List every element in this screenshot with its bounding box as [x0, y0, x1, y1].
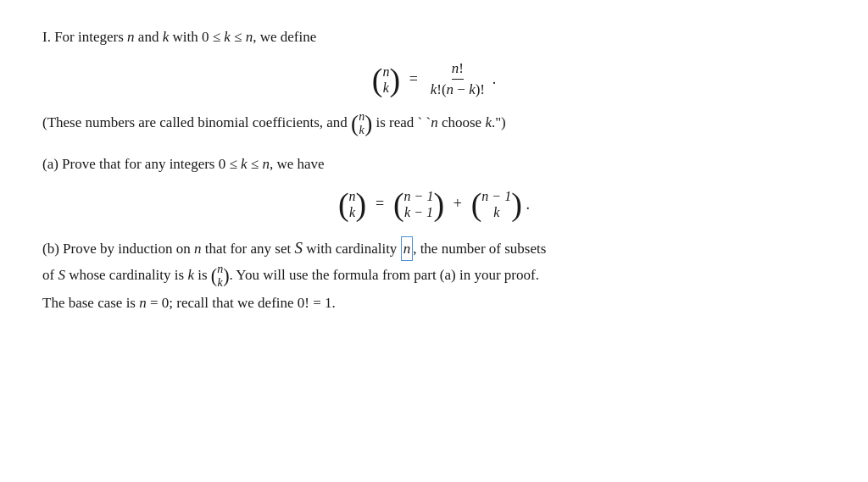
binom-bot-k: k [383, 80, 389, 96]
bot-k-1: k − 1 [404, 204, 433, 220]
binom-nk-pascal: ( n k ) [338, 188, 366, 220]
binom-top-n: n [382, 64, 389, 80]
highlighted-n: n [401, 236, 414, 261]
section-I-intro: I. For integers n and k with 0 ≤ k ≤ n, … [42, 25, 826, 48]
fraction-numerator: n! [452, 60, 464, 80]
binomial-definition-formula: ( n k ) = n! k!(n − k)! . [42, 60, 826, 98]
section-I: I. For integers n and k with 0 ≤ k ≤ n, … [42, 25, 826, 137]
binomial-note-line: (These numbers are called binomial coeff… [42, 110, 826, 137]
binom-n1k-content: n − 1 k [481, 188, 511, 220]
plus-sign: + [453, 195, 462, 212]
binom-n1k1-content: n − 1 k − 1 [404, 188, 434, 220]
paren-r1: ) [356, 191, 367, 218]
paren-l3: ( [471, 191, 482, 218]
equals-sign: = [409, 70, 418, 87]
part-a-intro: (a) Prove that for any integers 0 ≤ k ≤ … [42, 152, 826, 175]
binom-nk-inline-content: n k [359, 110, 364, 137]
period-2: . [526, 195, 531, 212]
bot-k-2: k [493, 204, 499, 220]
binom-nk-pascal-content: n k [349, 188, 356, 220]
binom-n1k1: ( n − 1 k − 1 ) [393, 188, 444, 220]
right-paren: ) [389, 66, 400, 93]
binom-nk-part-b: ( n k ) [211, 261, 230, 291]
bot-k-b: k [218, 276, 223, 290]
paren-l2: ( [393, 191, 404, 218]
period-1: . [492, 70, 497, 87]
section-part-a: (a) Prove that for any integers 0 ≤ k ≤ … [42, 152, 826, 220]
binomial-note-text: (These numbers are called binomial coeff… [42, 114, 351, 130]
part-b-line2: of S whose cardinality is k is ( n k ) .… [42, 261, 826, 291]
eq2: = [376, 195, 384, 212]
paren-r2: ) [433, 191, 444, 218]
top-n-1-b: n − 1 [481, 188, 511, 204]
page: I. For integers n and k with 0 ≤ k ≤ n, … [0, 0, 868, 482]
bot-k1: k [349, 204, 355, 220]
roman-I: I. For integers n and k with 0 ≤ k ≤ n, … [42, 29, 316, 45]
part-b-line3: The base case is n = 0; recall that we d… [42, 291, 826, 314]
section-part-b: (b) Prove by induction on n that for any… [42, 235, 826, 314]
left-paren: ( [372, 66, 383, 93]
pascal-identity-formula: ( n k ) = ( n − 1 k − 1 ) + ( n − [42, 188, 826, 220]
is-read-text: is read ` `n choose k.") [376, 114, 505, 130]
left-paren-inline: ( [351, 114, 359, 134]
top-n-b: n [217, 263, 223, 276]
binom-nk-left: ( n k ) [372, 64, 400, 96]
paren-l1: ( [338, 191, 349, 218]
binom-nk-part-b-content: n k [217, 263, 223, 290]
fraction-denominator: k!(n − k)! [431, 80, 485, 98]
top-n-1: n − 1 [404, 188, 434, 204]
right-paren-inline: ) [364, 114, 372, 134]
fraction-nk: n! k!(n − k)! [431, 60, 485, 98]
part-b-line1: (b) Prove by induction on n that for any… [42, 235, 826, 261]
paren-r3: ) [511, 191, 522, 218]
binom-inline-top: n [359, 110, 364, 124]
binom-nk-inline: ( n k ) [351, 110, 372, 137]
binom-nk-content: n k [382, 64, 389, 96]
binom-inline-bot: k [359, 124, 364, 137]
top-n1: n [349, 188, 356, 204]
binom-n1k: ( n − 1 k ) [471, 188, 522, 220]
